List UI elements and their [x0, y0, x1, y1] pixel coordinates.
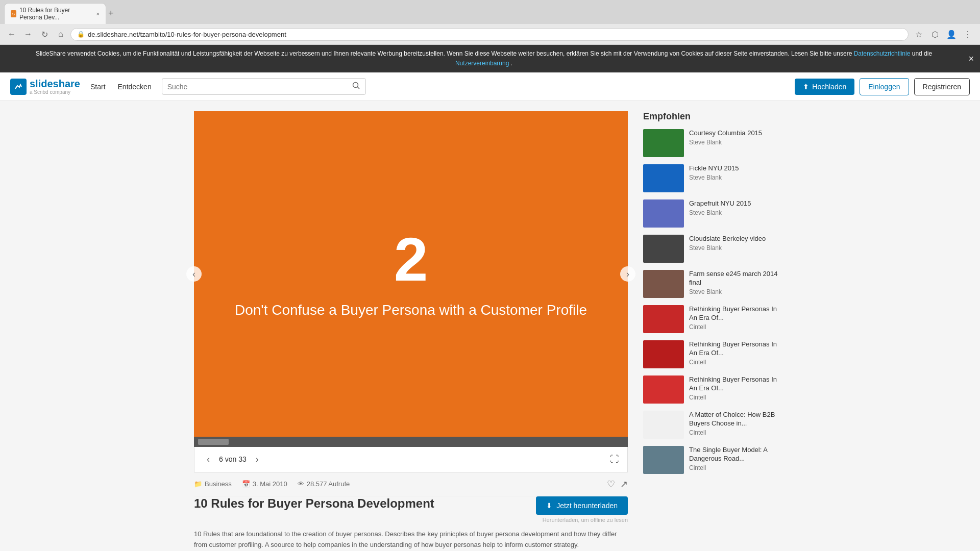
logo-icon [10, 79, 27, 95]
login-button[interactable]: Einloggen [860, 78, 909, 95]
title-col: 10 Rules for Buyer Persona Development [194, 496, 526, 516]
rec-thumb-text-4 [643, 270, 684, 274]
refresh-button[interactable]: ↻ [38, 28, 51, 41]
recommended-item-8[interactable]: A Matter of Choice: How B2B Buyers Choos… [643, 411, 786, 439]
rec-info-5: Rethinking Buyer Personas In An Era Of..… [689, 305, 786, 333]
share-button[interactable]: ↗ [620, 479, 628, 490]
rec-title-6: Rethinking Buyer Personas In An Era Of..… [689, 340, 786, 358]
rec-info-8: A Matter of Choice: How B2B Buyers Choos… [689, 411, 786, 439]
menu-icon[interactable]: ⋮ [961, 27, 975, 41]
download-col: ⬇ Jetzt herunterladen Herunterladen, um … [536, 496, 628, 523]
nutzer-link[interactable]: Nutzervereinbarung [455, 60, 509, 67]
logo-sub: a Scribd company [30, 90, 80, 95]
slide-counter: 6 von 33 [219, 455, 247, 463]
rec-author-0: Steve Blank [689, 139, 786, 146]
download-icon: ⬇ [546, 502, 552, 510]
site-logo[interactable]: slideshare a Scribd company [10, 78, 80, 95]
title-download-row: 10 Rules for Buyer Persona Development ⬇… [194, 496, 628, 523]
rec-thumb-2 [643, 199, 684, 228]
nav-start[interactable]: Start [90, 83, 106, 91]
download-label: Jetzt herunterladen [556, 502, 618, 510]
svg-point-1 [353, 83, 358, 88]
download-sub: Herunterladen, um offline zu lesen [536, 517, 628, 523]
rec-title-4: Farm sense e245 march 2014 final [689, 270, 786, 287]
recommended-item-3[interactable]: Cloudslate Berkeley video Steve Blank [643, 235, 786, 263]
active-tab[interactable]: S 10 Rules for Buyer Persona Dev... × [4, 3, 106, 24]
filmstrip-bar [194, 437, 628, 447]
rec-thumb-text-3 [643, 235, 684, 239]
rec-title-9: The Single Buyer Model: A Dangerous Road… [689, 446, 786, 463]
browser-chrome: S 10 Rules for Buyer Persona Dev... × + … [0, 0, 980, 45]
header-actions: ⬆ Hochladen Einloggen Registrieren [795, 78, 970, 95]
recommended-item-0[interactable]: Courtesy Columbia 2015 Steve Blank [643, 129, 786, 157]
rec-thumb-3 [643, 235, 684, 263]
svg-line-2 [357, 87, 359, 89]
bookmark-icon[interactable]: ☆ [912, 27, 926, 41]
logo-text: slideshare [30, 78, 80, 89]
cookie-close-button[interactable]: × [968, 54, 974, 64]
rec-thumb-4 [643, 270, 684, 298]
url-text: de.slideshare.net/tzambito/10-rules-for-… [88, 31, 286, 38]
slide-display: 2 Don't Confuse a Buyer Persona with a C… [194, 111, 628, 437]
register-button[interactable]: Registrieren [914, 78, 970, 95]
sidebar-title: Empfohlen [643, 111, 786, 122]
new-tab-button[interactable]: + [108, 8, 114, 19]
recommended-item-5[interactable]: Rethinking Buyer Personas In An Era Of..… [643, 305, 786, 333]
upload-button[interactable]: ⬆ Hochladen [795, 79, 854, 95]
back-button[interactable]: ← [5, 28, 18, 41]
rec-author-5: Cintell [689, 323, 786, 331]
slide-nav-right-button[interactable]: › [620, 266, 635, 282]
rec-info-7: Rethinking Buyer Personas In An Era Of..… [689, 375, 786, 404]
upload-label: Hochladen [812, 83, 846, 91]
tab-title: 10 Rules for Buyer Persona Dev... [19, 7, 91, 21]
search-input[interactable] [167, 83, 352, 91]
rec-thumb-5 [643, 305, 684, 333]
cookie-end: . [511, 60, 512, 67]
recommended-item-2[interactable]: Grapefruit NYU 2015 Steve Blank [643, 199, 786, 228]
url-box[interactable]: 🔒 de.slideshare.net/tzambito/10-rules-fo… [70, 28, 909, 41]
slide-nav-left-button[interactable]: ‹ [186, 266, 202, 282]
search-button[interactable] [352, 82, 360, 91]
recommended-item-4[interactable]: Farm sense e245 march 2014 final Steve B… [643, 270, 786, 298]
rec-title-0: Courtesy Columbia 2015 [689, 129, 786, 138]
rec-thumb-text-6 [643, 340, 684, 344]
recommended-item-1[interactable]: Fickle NYU 2015 Steve Blank [643, 164, 786, 192]
slide-meta: 📁 Business 📅 3. Mai 2010 👁 28.577 Aufruf… [194, 472, 628, 496]
forward-button[interactable]: → [21, 28, 35, 41]
like-button[interactable]: ♡ [607, 479, 615, 490]
cookie-text: SlideShare verwendet Cookies, um die Fun… [36, 50, 854, 57]
rec-thumb-8 [643, 411, 684, 439]
rec-author-4: Steve Blank [689, 288, 786, 295]
rec-info-4: Farm sense e245 march 2014 final Steve B… [689, 270, 786, 298]
recommended-item-6[interactable]: Rethinking Buyer Personas In An Era Of..… [643, 340, 786, 368]
rec-title-5: Rethinking Buyer Personas In An Era Of..… [689, 305, 786, 322]
download-button[interactable]: ⬇ Jetzt herunterladen [536, 496, 628, 515]
cookie-banner: SlideShare verwendet Cookies, um die Fun… [0, 45, 980, 72]
profile-icon[interactable]: 👤 [944, 27, 959, 41]
address-bar: ← → ↻ ⌂ 🔒 de.slideshare.net/tzambito/10-… [0, 24, 980, 44]
rec-thumb-text-1 [643, 164, 684, 168]
search-box[interactable] [162, 78, 366, 95]
site-header: slideshare a Scribd company Start Entdec… [0, 72, 980, 101]
cookie-middle: und die [912, 50, 932, 57]
slide-counter-section: ‹ 6 von 33 › [203, 452, 263, 467]
rec-info-2: Grapefruit NYU 2015 Steve Blank [689, 199, 786, 228]
recommended-item-7[interactable]: Rethinking Buyer Personas In An Era Of..… [643, 375, 786, 404]
datenschutz-link[interactable]: Datenschutzrichtlinie [854, 50, 911, 57]
rec-thumb-6 [643, 340, 684, 368]
slide-controls: ‹ 6 von 33 › ⛶ [194, 447, 628, 472]
nav-entdecken[interactable]: Entdecken [118, 83, 152, 91]
toolbar-icons: ☆ ⬡ 👤 ⋮ [912, 27, 975, 41]
home-button[interactable]: ⌂ [54, 28, 67, 41]
views-text: 28.577 Aufrufe [307, 480, 350, 488]
tab-close-btn[interactable]: × [96, 11, 100, 17]
rec-title-7: Rethinking Buyer Personas In An Era Of..… [689, 375, 786, 393]
slide-next-button[interactable]: › [252, 452, 263, 467]
slide-prev-button[interactable]: ‹ [203, 452, 214, 467]
extension-icon[interactable]: ⬡ [928, 27, 942, 41]
fullscreen-button[interactable]: ⛶ [610, 454, 619, 465]
tab-favicon: S [11, 10, 16, 17]
rec-author-2: Steve Blank [689, 209, 786, 216]
slideshow-section: ‹ 2 Don't Confuse a Buyer Persona with a… [194, 111, 628, 551]
recommended-item-9[interactable]: The Single Buyer Model: A Dangerous Road… [643, 446, 786, 474]
